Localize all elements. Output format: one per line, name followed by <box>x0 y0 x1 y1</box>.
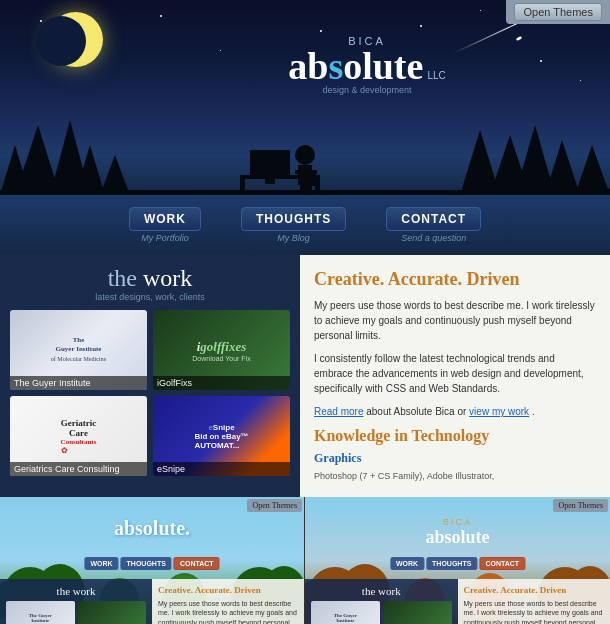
main-tagline: Creative. Accurate. Driven <box>314 269 596 290</box>
thumbnail-autumn[interactable]: Open Themes BICA absolute WORK THOUGHTS … <box>305 497 610 624</box>
star <box>160 15 162 17</box>
thumb-nav-work-day[interactable]: WORK <box>84 557 118 570</box>
star <box>40 20 42 22</box>
guyer-label: The Guyer Institute <box>10 376 147 390</box>
open-themes-button[interactable]: Open Themes <box>514 3 602 21</box>
svg-rect-17 <box>265 178 275 184</box>
thumb-day-grid: The GuyerInstitute <box>6 601 146 624</box>
star <box>220 50 221 51</box>
work-title-text: the work <box>10 265 290 292</box>
view-work-link[interactable]: view my work <box>469 406 529 417</box>
thumb-nav-contact-autumn[interactable]: CONTACT <box>479 557 525 570</box>
graphics-subtitle: Graphics <box>314 451 596 466</box>
thumb-day-work-title: the work <box>6 585 146 597</box>
thumb-autumn-right-title: Creative. Accurate. Driven <box>464 585 605 595</box>
navigation: WORK My Portfolio THOUGHTS My Blog CONTA… <box>0 195 610 255</box>
read-more-link[interactable]: Read more <box>314 406 363 417</box>
svg-rect-16 <box>250 150 290 178</box>
thumb-autumn-left: the work The GuyerInstitute <box>305 579 458 624</box>
thumb-nav-thoughts-day[interactable]: THOUGHTS <box>121 557 172 570</box>
golf-subtext: Download Your Fix <box>192 355 250 362</box>
thumb-day-left: the work The GuyerInstitute <box>0 579 152 624</box>
thumb-autumn-right-body: My peers use those words to best describ… <box>464 599 605 624</box>
golf-label: iGolfFixs <box>153 376 290 390</box>
thumb-autumn-grid: The GuyerInstitute <box>311 601 452 624</box>
svg-rect-24 <box>312 174 316 186</box>
thumb-day-logo: absolute. <box>114 517 190 540</box>
hero-section: BICA absolute LLC design & development <box>0 0 610 195</box>
portfolio-item-golf[interactable]: igolffixes Download Your Fix iGolfFixs <box>153 310 290 390</box>
thumb-day-logo-text: absolute. <box>114 517 190 540</box>
thumb-autumn-item2 <box>383 601 452 624</box>
guyer-logo: TheGuyer Instituteof Molecular Medicine <box>51 336 106 363</box>
thumb-day-right: Creative. Accurate. Driven My peers use … <box>152 579 304 624</box>
svg-point-18 <box>295 145 315 165</box>
svg-rect-39 <box>0 190 610 195</box>
star <box>420 25 422 27</box>
nav-sublabel-contact: Send a question <box>401 233 466 243</box>
thumb-autumn-guyer-text: The GuyerInstitute <box>334 613 357 623</box>
thumbnail-day[interactable]: Open Themes absolute. WORK THOUGHTS CONT… <box>0 497 305 624</box>
about-text: about Absolute Bica or <box>366 406 469 417</box>
thumb-autumn-item1: The GuyerInstitute <box>311 601 380 624</box>
thumb-nav-thoughts-autumn[interactable]: THOUGHTS <box>426 557 477 570</box>
geriatric-logo: GeriatricCare Consultants ✿ <box>61 418 97 455</box>
geriatric-label: Geriatrics Care Consulting <box>10 462 147 476</box>
graphics-body: Photoshop (7 + CS Family), Adobe Illustr… <box>314 470 596 483</box>
portfolio-item-guyer[interactable]: TheGuyer Instituteof Molecular Medicine … <box>10 310 147 390</box>
star <box>540 60 542 62</box>
right-readmore: Read more about Absolute Bica or view my… <box>314 404 596 419</box>
thumb-autumn-logo-text: absolute <box>425 527 489 548</box>
thumb-guyer-text: The GuyerInstitute <box>29 613 52 623</box>
thumb-autumn-bica: BICA <box>425 517 489 527</box>
right-column: Creative. Accurate. Driven My peers use … <box>300 255 610 497</box>
esnipe-tagline: Bid on eBay™AUTOMAT... <box>194 432 248 450</box>
thumb-autumn-right: Creative. Accurate. Driven My peers use … <box>458 579 611 624</box>
star <box>480 10 481 11</box>
left-column: the work latest designs, work, clients T… <box>0 255 300 497</box>
hero-scene-svg <box>0 65 610 195</box>
period: . <box>532 406 535 417</box>
the-text: the <box>108 265 143 291</box>
thumb-open-themes-autumn[interactable]: Open Themes <box>553 499 608 512</box>
thumb-autumn-nav: WORK THOUGHTS CONTACT <box>390 557 525 570</box>
thumb-day-item2 <box>78 601 147 624</box>
thumbnails-row: Open Themes absolute. WORK THOUGHTS CONT… <box>0 497 610 624</box>
nav-link-thoughts[interactable]: THOUGHTS <box>241 207 346 231</box>
nav-item-contact: CONTACT Send a question <box>366 203 501 247</box>
thumb-autumn-work-title: the work <box>311 585 452 597</box>
thumb-autumn-content: the work The GuyerInstitute Creative. A <box>305 579 610 624</box>
portfolio-item-geriatric[interactable]: GeriatricCare Consultants ✿ Geriatrics C… <box>10 396 147 476</box>
thumb-day-right-body: My peers use those words to best describ… <box>158 599 298 624</box>
esnipe-logo: eSnipe <box>208 423 234 432</box>
nav-link-contact[interactable]: CONTACT <box>386 207 481 231</box>
thumb-day-right-title: Creative. Accurate. Driven <box>158 585 298 595</box>
nav-items: WORK My Portfolio THOUGHTS My Blog CONTA… <box>109 203 501 247</box>
main-wrapper: Open Themes BICA absolute LLC de <box>0 0 610 624</box>
thumb-autumn-logo: BICA absolute <box>425 517 489 548</box>
thumb-open-themes-day[interactable]: Open Themes <box>247 499 302 512</box>
top-bar: Open Themes <box>506 0 610 24</box>
nav-link-work[interactable]: WORK <box>129 207 201 231</box>
esnipe-label: eSnipe <box>153 462 290 476</box>
svg-rect-23 <box>300 174 304 186</box>
thumb-day-item1: The GuyerInstitute <box>6 601 75 624</box>
portfolio-grid: TheGuyer Instituteof Molecular Medicine … <box>10 310 290 476</box>
golf-logo: igolffixes <box>197 339 247 355</box>
portfolio-item-esnipe[interactable]: eSnipe Bid on eBay™AUTOMAT... eSnipe <box>153 396 290 476</box>
main-content: the work latest designs, work, clients T… <box>0 255 610 497</box>
thumb-nav-work-autumn[interactable]: WORK <box>390 557 424 570</box>
star <box>320 30 322 32</box>
nav-item-work: WORK My Portfolio <box>109 203 221 247</box>
right-para1: My peers use those words to best describ… <box>314 298 596 343</box>
moon <box>48 12 103 67</box>
right-para2: I consistently follow the latest technol… <box>314 351 596 396</box>
nav-sublabel-work: My Portfolio <box>141 233 189 243</box>
knowledge-section-title: Knowledge in Technology <box>314 427 596 445</box>
thumb-nav-contact-day[interactable]: CONTACT <box>174 557 220 570</box>
shooting-star <box>453 23 517 53</box>
svg-rect-22 <box>295 170 317 174</box>
work-title: the work latest designs, work, clients <box>10 265 290 302</box>
nav-sublabel-thoughts: My Blog <box>277 233 310 243</box>
shooting-star-head <box>516 36 523 41</box>
